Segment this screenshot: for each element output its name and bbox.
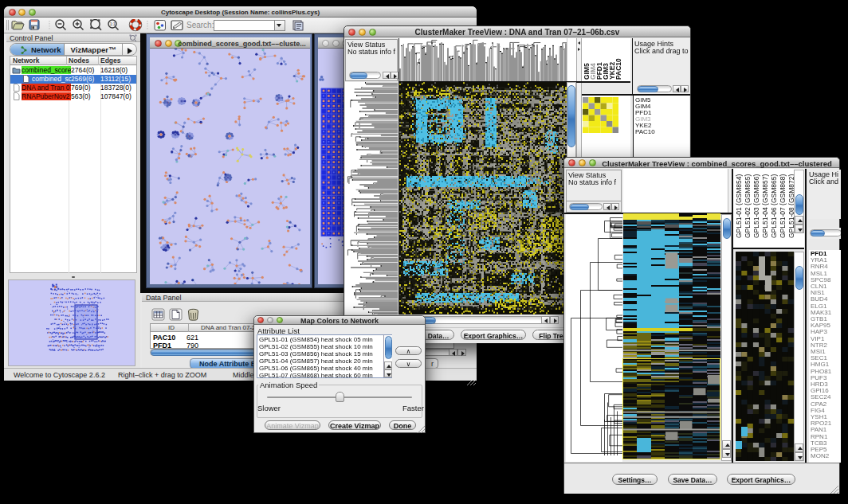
svg-text:1:1: 1:1 — [110, 21, 116, 26]
